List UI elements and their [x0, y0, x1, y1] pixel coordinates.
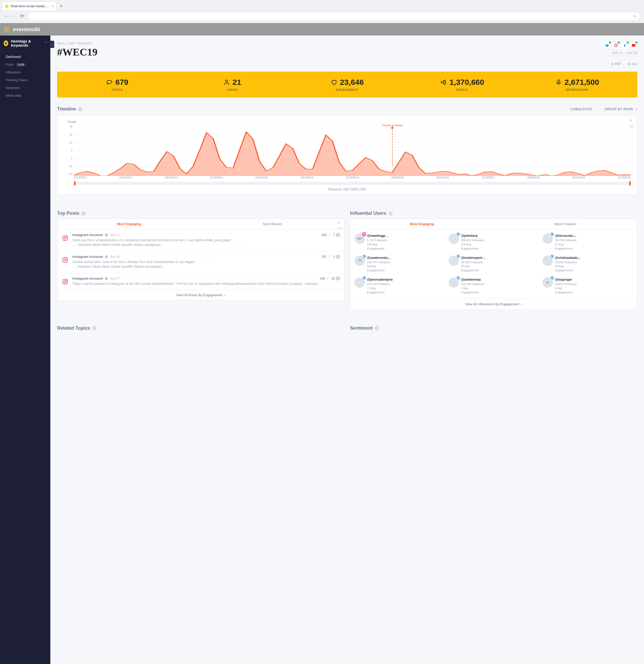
comments-count: 7 💬: [333, 233, 340, 237]
scrub-handle-left[interactable]: [74, 181, 76, 185]
post-item[interactable]: Instagram Account i Jun 17 266 ♡ 20 💬 To…: [57, 273, 344, 290]
close-tab-icon[interactable]: ×: [52, 4, 54, 8]
stat-posts: 679 POSTS: [60, 78, 175, 91]
tab-most-engaging-posts[interactable]: Most Engaging: [57, 219, 201, 229]
avatar: [448, 277, 459, 288]
post-item[interactable]: Instagram Account i Jun 20 297 ♡ 3 💬 Ano…: [57, 251, 344, 273]
embed-icon[interactable]: </>: [337, 226, 342, 230]
group-by-dropdown[interactable]: GROUP BY HOUR▾: [605, 107, 637, 111]
forward-button[interactable]: →: [12, 14, 17, 18]
download-icon[interactable]: ⬇: [337, 221, 342, 225]
download-icon: ⬇: [611, 62, 614, 66]
svg-point-15: [66, 236, 67, 237]
twitter-filter[interactable]: [604, 42, 611, 49]
avatar: [543, 255, 553, 266]
avatar: MPI: [355, 233, 365, 244]
comments-count: 3 💬: [333, 255, 340, 258]
view-all-posts[interactable]: View All Posts By Engagement ›: [57, 290, 344, 300]
help-icon[interactable]: ?: [78, 107, 82, 111]
instagram-icon: [61, 234, 69, 242]
youtube-filter[interactable]: [630, 42, 637, 49]
date-range[interactable]: JUN 12 - JUN 26: [604, 51, 637, 56]
twitter-icon: [605, 43, 609, 47]
help-icon[interactable]: ?: [375, 326, 379, 330]
info-icon[interactable]: i: [105, 255, 108, 258]
sidebar-section-header[interactable]: # Hashtags & Keywords ˄: [0, 36, 51, 51]
stat-users: 21 USERS: [175, 78, 290, 91]
export-xls-button[interactable]: ⬇XLS: [628, 62, 637, 66]
stat-reach: 1,370,660 REACH: [405, 78, 520, 91]
sidebar-item-media-wall[interactable]: Media Wall: [0, 92, 51, 100]
reload-button[interactable]: ⟳: [20, 14, 24, 18]
facebook-icon: [623, 43, 627, 47]
top-posts-panel: ⬇ </> Most Engaging Most Recent Instagra…: [57, 219, 344, 300]
facebook-filter[interactable]: [621, 42, 628, 49]
likes-count: 266 ♡: [320, 277, 329, 281]
help-icon[interactable]: ?: [388, 211, 393, 215]
scrub-handle-right[interactable]: [629, 181, 631, 185]
svg-rect-5: [558, 80, 560, 83]
chevron-up-icon: ˄: [45, 41, 47, 45]
timeline-chart: [74, 125, 631, 175]
instagram-filter[interactable]: [612, 42, 620, 49]
view-all-influencers[interactable]: View All Influencers By Engagement ›: [350, 299, 637, 309]
user-item[interactable]: @motorsport_... 79,280 Followers 22 Avg …: [448, 255, 539, 273]
help-icon[interactable]: ?: [92, 326, 96, 330]
help-icon[interactable]: ?: [81, 211, 86, 215]
user-item[interactable]: @jennvalentyne 143,122 Followers 11 Avg …: [355, 277, 445, 295]
related-topics-section-header: Related Topics ?: [57, 326, 344, 331]
download-chart-icon[interactable]: ⬇: [629, 118, 635, 122]
new-tab-button[interactable]: +: [60, 4, 63, 9]
comment-icon: 💬: [336, 233, 340, 237]
address-bar[interactable]: [28, 12, 640, 20]
post-item[interactable]: Instagram Account i Jun 13 363 ♡ 7 💬 Som…: [57, 229, 344, 251]
avatar: W: [543, 277, 553, 288]
influential-users-panel: Most Engaging Most Frequent MPI @meeting…: [350, 219, 638, 309]
avatar: TO: [355, 255, 365, 266]
stats-bar: 679 POSTS21 USERS23,646 ENGAGEMENT1,370,…: [57, 71, 637, 98]
user-item[interactable]: MPI @meetingp... 5,753 Followers 125 Avg…: [355, 233, 445, 251]
likes-count: 297 ♡: [322, 255, 331, 258]
chart-scrub-bar[interactable]: [74, 182, 631, 185]
user-item[interactable]: @ambermac 118,360 Followers 7 Avg Engage…: [448, 277, 539, 295]
sidebar-item-trending-topics[interactable]: Trending Topics: [0, 76, 51, 84]
sidebar-item-posts[interactable]: Posts2,418: [0, 61, 51, 68]
brand-bar: eventmobi: [0, 23, 644, 36]
export-row: ⬇PDF ⬇XLS: [57, 62, 637, 66]
sidebar-item-sentiment[interactable]: Sentiment: [0, 84, 51, 92]
heart-icon: ♡: [328, 255, 331, 258]
sidebar-item-dashboard[interactable]: Dashboard: [0, 53, 51, 61]
info-icon[interactable]: i: [105, 233, 108, 236]
timeline-section-header: Timeline ? CUMULATIVE GROUP BY HOUR▾: [57, 106, 637, 112]
browser-tab[interactable]: Real-time social media analytic ×: [2, 2, 57, 11]
social-filters: [604, 42, 637, 49]
user-item[interactable]: @torrucotu... 96,768 Followers 67 Avg En…: [543, 233, 633, 251]
instagram-icon: [614, 43, 618, 47]
user-item[interactable]: W @wayrape 23,623 Followers 6 Avg Engage…: [543, 277, 633, 295]
user-item[interactable]: @visitsaskato... 19,541 Followers 16 Avg…: [543, 255, 633, 273]
export-pdf-button[interactable]: ⬇PDF: [611, 62, 621, 66]
heart-icon: ♡: [328, 233, 331, 237]
chevron-down-icon: ▾: [636, 108, 638, 111]
sidebar-item-influencers[interactable]: Influencers: [0, 68, 51, 76]
comment-icon: 💬: [336, 277, 340, 281]
user-item[interactable]: TO @seetoronto... 145,747 Followers 50 A…: [355, 255, 445, 273]
cumulative-toggle[interactable]: CUMULATIVE: [570, 107, 592, 111]
avatar: [448, 255, 459, 266]
info-icon[interactable]: i: [105, 277, 108, 280]
back-button[interactable]: ←: [4, 14, 8, 18]
tracker-label: REAL-TIME TRACKER:: [57, 42, 604, 45]
svg-point-18: [66, 258, 67, 258]
tab-title: Real-time social media analytic: [11, 4, 49, 8]
sidebar-collapse-handle[interactable]: ‹: [50, 41, 54, 48]
tab-most-engaging-users[interactable]: Most Engaging: [350, 219, 494, 229]
brand-name: eventmobi: [13, 26, 40, 33]
bookmark-star-icon[interactable]: ☆: [633, 14, 637, 19]
tab-most-frequent-users[interactable]: Most Frequent: [494, 219, 637, 229]
svg-point-21: [66, 280, 67, 281]
brand-logo[interactable]: eventmobi: [4, 26, 40, 33]
user-item[interactable]: @johntory 286,813 Followers 108 Avg Enga…: [448, 233, 539, 251]
browser-chrome: Real-time social media analytic × + ← → …: [0, 0, 644, 23]
instagram-icon: [61, 278, 69, 285]
tab-most-recent-posts[interactable]: Most Recent: [201, 219, 344, 229]
